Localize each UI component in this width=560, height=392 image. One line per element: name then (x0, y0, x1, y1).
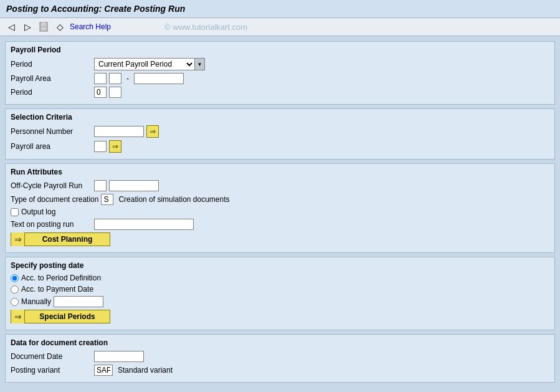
svg-rect-1 (41, 22, 46, 26)
period2-row: Period (11, 87, 549, 98)
text-posting-row: Text on posting run (11, 219, 549, 230)
option3-row: Manually (11, 296, 549, 307)
main-content: Payroll Period Period Current Payroll Pe… (0, 36, 560, 388)
forward-icon[interactable]: ▷ (21, 21, 34, 33)
run-attributes-title: Run Attributes (11, 168, 549, 176)
period-row: Period Current Payroll Period ▼ (11, 58, 549, 70)
period-input2[interactable] (109, 87, 121, 98)
payroll-area-selection-row: Payroll area ⇒ (11, 140, 549, 153)
data-document-creation-section: Data for document creation Document Date… (5, 334, 555, 383)
period-input1[interactable] (94, 87, 107, 98)
text-posting-label: Text on posting run (11, 220, 92, 229)
special-periods-row: ⇒ Special Periods (11, 310, 549, 323)
option2-row: Acc. to Payment Date (11, 285, 549, 294)
search-help-link[interactable]: Search Help (70, 22, 111, 31)
personnel-number-label: Personnel Number (11, 127, 92, 136)
option1-row: Acc. to Period Definition (11, 274, 549, 282)
posting-variant-row: Posting variant Standard variant (11, 365, 549, 376)
posting-variant-label: Posting variant (11, 366, 92, 375)
option3-label: Manually (21, 297, 51, 306)
personnel-number-row: Personnel Number ⇒ (11, 125, 549, 138)
posting-variant-input[interactable] (94, 365, 113, 376)
output-log-label: Output log (21, 208, 55, 216)
option2-label: Acc. to Payment Date (21, 285, 93, 294)
personnel-number-input[interactable] (94, 126, 144, 137)
page-title: Posting to Accounting: Create Posting Ru… (6, 4, 185, 14)
period-label: Period (11, 60, 92, 69)
cost-planning-button[interactable]: ⇒ Cost Planning (11, 232, 110, 246)
cost-planning-row: ⇒ Cost Planning (11, 232, 549, 246)
specify-posting-date-title: Specify posting date (11, 261, 549, 270)
cost-planning-arrow-icon: ⇒ (11, 232, 25, 246)
payroll-area-selection-input[interactable] (94, 141, 107, 152)
off-cycle-label: Off-Cycle Payroll Run (11, 181, 92, 190)
option2-radio[interactable] (11, 285, 19, 294)
doc-type-description: Creation of simulation documents (118, 195, 229, 204)
document-date-input[interactable] (94, 351, 144, 362)
title-bar: Posting to Accounting: Create Posting Ru… (0, 0, 560, 18)
run-attributes-section: Run Attributes Off-Cycle Payroll Run Typ… (5, 163, 555, 253)
watermark: © www.tutorialkart.com (164, 22, 247, 32)
payroll-area-selection-label: Payroll area (11, 142, 92, 151)
special-periods-button[interactable]: ⇒ Special Periods (11, 310, 110, 323)
period2-label: Period (11, 88, 92, 97)
selection-criteria-title: Selection Criteria (11, 113, 549, 122)
output-log-row: Output log (11, 208, 549, 216)
doc-type-row: Type of document creation Creation of si… (11, 194, 549, 205)
text-posting-input[interactable] (94, 219, 194, 230)
payroll-area-nav-button[interactable]: ⇒ (109, 140, 121, 153)
period-dropdown-arrow-icon[interactable]: ▼ (194, 59, 204, 70)
data-document-creation-title: Data for document creation (11, 338, 549, 347)
document-date-row: Document Date (11, 351, 549, 362)
payroll-area-input3[interactable] (134, 73, 184, 84)
special-periods-arrow-icon: ⇒ (11, 310, 25, 323)
back-icon[interactable]: ◁ (5, 21, 17, 33)
specify-posting-date-section: Specify posting date Acc. to Period Defi… (5, 257, 555, 330)
document-date-label: Document Date (11, 352, 92, 361)
special-periods-label: Special Periods (25, 312, 110, 321)
cost-planning-label: Cost Planning (25, 235, 110, 244)
option3-radio[interactable] (11, 298, 19, 306)
personnel-number-nav-button[interactable]: ⇒ (146, 125, 159, 138)
payroll-area-input2[interactable] (109, 73, 121, 84)
period-dropdown[interactable]: Current Payroll Period (95, 59, 194, 70)
payroll-area-row: Payroll Area - (11, 73, 549, 84)
toolbar: ◁ ▷ ◇ Search Help © www.tutorialkart.com (0, 18, 560, 36)
off-cycle-input1[interactable] (94, 180, 107, 191)
off-cycle-row: Off-Cycle Payroll Run (11, 180, 549, 191)
svg-rect-2 (41, 27, 46, 31)
option1-label: Acc. to Period Definition (21, 274, 101, 282)
manually-input[interactable] (54, 296, 103, 307)
output-log-checkbox[interactable] (11, 208, 19, 216)
doc-type-input[interactable] (101, 194, 113, 205)
payroll-period-section: Payroll Period Period Current Payroll Pe… (5, 41, 555, 105)
save-icon[interactable] (37, 21, 50, 33)
period-dropdown-container[interactable]: Current Payroll Period ▼ (94, 58, 205, 70)
off-cycle-input2[interactable] (109, 180, 159, 191)
posting-variant-description: Standard variant (118, 366, 173, 375)
payroll-period-title: Payroll Period (11, 45, 549, 54)
selection-criteria-section: Selection Criteria Personnel Number ⇒ Pa… (5, 108, 555, 160)
payroll-area-input1[interactable] (94, 73, 107, 84)
option1-radio[interactable] (11, 274, 19, 282)
payroll-area-label: Payroll Area (11, 74, 92, 83)
search-help-diamond-icon[interactable]: ◇ (54, 21, 66, 33)
payroll-area-separator: - (126, 74, 129, 83)
doc-type-label: Type of document creation (11, 195, 98, 204)
